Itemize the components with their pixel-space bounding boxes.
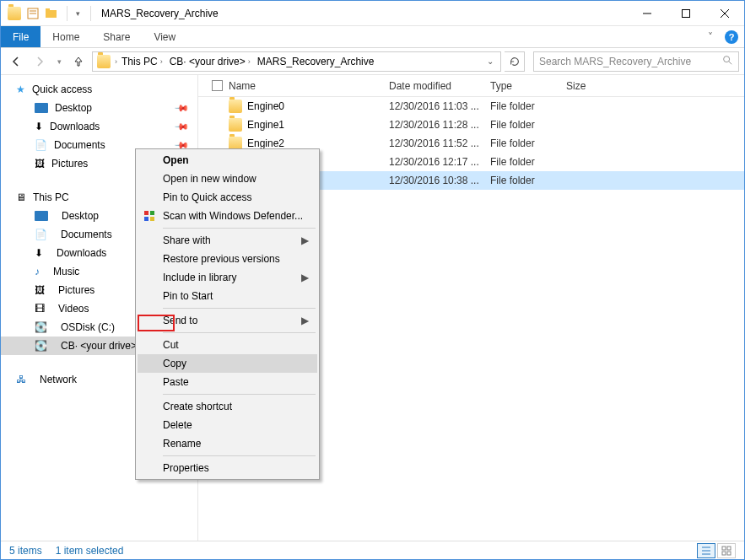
back-button[interactable]: [6, 51, 26, 72]
svg-point-9: [724, 57, 730, 62]
ctx-pin-start[interactable]: Pin to Start: [138, 287, 317, 305]
svg-rect-12: [150, 211, 154, 215]
search-icon: [721, 54, 733, 68]
column-type[interactable]: Type: [490, 80, 566, 92]
address-icon: [97, 55, 111, 68]
submenu-arrow-icon: ▶: [301, 234, 309, 246]
ctx-restore-previous[interactable]: Restore previous versions: [138, 250, 317, 268]
pin-icon: 📌: [173, 118, 189, 134]
ribbon-tabs: File Home Share View ˅ ?: [1, 26, 744, 48]
breadcrumb-thispc[interactable]: This PC›: [119, 52, 165, 71]
drive-icon: 💽: [35, 340, 47, 352]
tab-file[interactable]: File: [1, 26, 40, 47]
ctx-open[interactable]: Open: [138, 151, 317, 170]
documents-icon: 📄: [35, 229, 47, 240]
folder-icon: [229, 118, 242, 132]
pin-icon: 📌: [173, 100, 189, 116]
star-icon: ★: [16, 83, 25, 95]
qat-newfolder-icon[interactable]: [45, 7, 58, 20]
ctx-include-library[interactable]: Include in library▶: [138, 268, 317, 287]
svg-rect-14: [150, 217, 154, 221]
breadcrumb-folder[interactable]: MARS_Recovery_Archive: [255, 52, 377, 71]
desktop-icon: [35, 103, 48, 113]
window-title: MARS_Recovery_Archive: [94, 8, 219, 19]
status-item-count: 5 items: [9, 545, 42, 557]
select-all-checkbox[interactable]: [212, 80, 223, 91]
close-button[interactable]: [705, 2, 744, 25]
shield-icon: [143, 209, 156, 223]
music-icon: ♪: [35, 266, 40, 277]
column-date[interactable]: Date modified: [389, 80, 490, 92]
address-dropdown-icon[interactable]: ⌄: [482, 57, 499, 66]
submenu-arrow-icon: ▶: [301, 315, 309, 326]
ctx-properties[interactable]: Properties: [138, 459, 317, 477]
downloads-icon: ⬇: [35, 121, 43, 132]
tab-view[interactable]: View: [142, 26, 187, 47]
refresh-button[interactable]: [505, 51, 525, 72]
column-name[interactable]: Name: [229, 80, 389, 92]
sidebar-downloads[interactable]: ⬇Downloads📌: [1, 117, 197, 136]
network-icon: 🖧: [16, 374, 26, 385]
ctx-paste[interactable]: Paste: [138, 373, 317, 391]
svg-rect-21: [727, 552, 731, 555]
tab-share[interactable]: Share: [91, 26, 142, 47]
table-row[interactable]: Engine0 12/30/2016 11:03 ... File folder: [198, 97, 744, 116]
qat-properties-icon[interactable]: [26, 7, 40, 20]
drive-icon: 💽: [35, 321, 47, 333]
view-details-button[interactable]: [697, 543, 715, 558]
downloads-icon: ⬇: [35, 247, 43, 259]
window-icon: [8, 7, 21, 20]
search-placeholder: Search MARS_Recovery_Archive: [539, 56, 691, 67]
pictures-icon: 🖼: [35, 158, 45, 170]
folder-icon: [229, 100, 242, 113]
table-row[interactable]: Engine1 12/30/2016 11:28 ... File folder: [198, 116, 744, 134]
pictures-icon: 🖼: [35, 284, 45, 296]
ctx-cut[interactable]: Cut: [138, 336, 317, 354]
minimize-button[interactable]: [628, 2, 667, 25]
up-button[interactable]: [68, 51, 89, 72]
address-bar[interactable]: › This PC› CB· <your drive>› MARS_Recove…: [92, 51, 501, 72]
ctx-copy[interactable]: Copy: [138, 354, 317, 373]
title-bar: ▾ MARS_Recovery_Archive: [1, 1, 744, 26]
qat-dropdown-icon[interactable]: ▾: [76, 9, 80, 18]
svg-rect-13: [144, 217, 148, 221]
ctx-pin-quick-access[interactable]: Pin to Quick access: [138, 188, 317, 207]
view-thumbnails-button[interactable]: [717, 543, 736, 558]
forward-button[interactable]: [30, 51, 50, 72]
sidebar-desktop[interactable]: Desktop📌: [1, 99, 197, 117]
svg-rect-19: [727, 547, 731, 550]
svg-rect-11: [144, 211, 148, 215]
column-header-row: Name Date modified Type Size: [198, 75, 744, 97]
ctx-open-new-window[interactable]: Open in new window: [138, 170, 317, 188]
navigation-bar: ▾ › This PC› CB· <your drive>› MARS_Reco…: [1, 48, 744, 75]
svg-rect-3: [46, 10, 57, 18]
pc-icon: 🖥: [16, 191, 26, 203]
svg-rect-20: [722, 552, 726, 555]
ctx-share-with[interactable]: Share with▶: [138, 231, 317, 250]
column-size[interactable]: Size: [566, 80, 617, 92]
status-selected-count: 1 item selected: [56, 545, 124, 557]
videos-icon: 🎞: [35, 303, 45, 315]
ribbon-expand-icon[interactable]: ˅: [702, 26, 719, 47]
tab-home[interactable]: Home: [40, 26, 91, 47]
svg-rect-4: [46, 8, 50, 11]
ctx-send-to[interactable]: Send to▶: [138, 311, 317, 330]
context-menu: Open Open in new window Pin to Quick acc…: [135, 148, 320, 480]
maximize-button[interactable]: [667, 2, 705, 25]
desktop-icon: [35, 211, 48, 221]
svg-line-10: [729, 62, 732, 65]
status-bar: 5 items 1 item selected: [1, 541, 744, 559]
sidebar-quick-access[interactable]: ★Quick access: [1, 80, 197, 99]
svg-rect-18: [722, 547, 726, 550]
help-button[interactable]: ?: [719, 26, 744, 47]
documents-icon: 📄: [35, 139, 47, 151]
svg-rect-6: [683, 9, 690, 17]
breadcrumb-drive[interactable]: CB· <your drive>›: [167, 52, 253, 71]
search-input[interactable]: Search MARS_Recovery_Archive: [533, 51, 739, 72]
ctx-delete[interactable]: Delete: [138, 416, 317, 434]
recent-dropdown[interactable]: ▾: [53, 51, 65, 72]
ctx-scan-defender[interactable]: Scan with Windows Defender...: [138, 207, 317, 225]
ctx-create-shortcut[interactable]: Create shortcut: [138, 397, 317, 416]
submenu-arrow-icon: ▶: [301, 272, 309, 283]
ctx-rename[interactable]: Rename: [138, 434, 317, 453]
